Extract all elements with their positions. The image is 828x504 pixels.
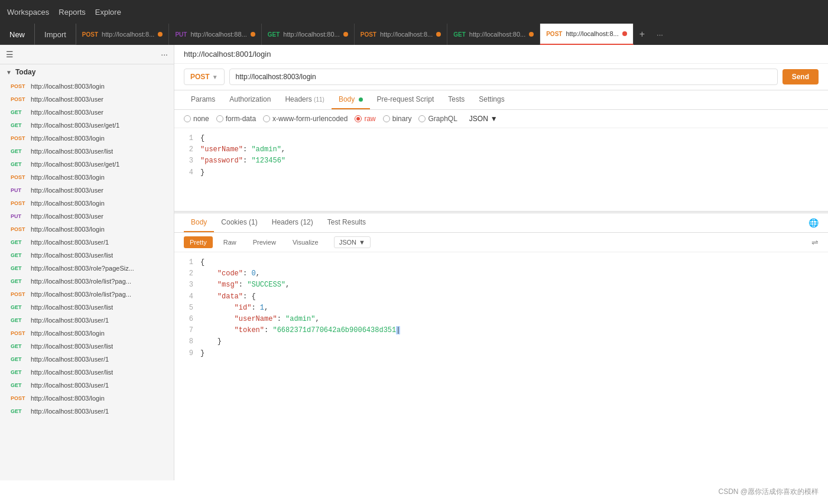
- list-item[interactable]: GEThttp://localhost:8003/user/list: [0, 366, 174, 379]
- option-graphql[interactable]: GraphQL: [418, 115, 457, 123]
- tab-url-2: http://localhost:80...: [283, 31, 339, 38]
- new-button[interactable]: New: [0, 24, 35, 45]
- tab-4[interactable]: GET http://localhost:80...: [447, 24, 540, 45]
- item-url: http://localhost:8003/login: [31, 395, 105, 402]
- list-item[interactable]: GEThttp://localhost:8003/user: [0, 106, 174, 119]
- nav-explore[interactable]: Explore: [95, 8, 121, 17]
- item-method: PUT: [11, 187, 27, 193]
- filter-icon[interactable]: ☰: [6, 50, 14, 59]
- option-none[interactable]: none: [184, 115, 209, 123]
- tab-1[interactable]: PUT http://localhost:88...: [169, 24, 261, 45]
- list-item[interactable]: GEThttp://localhost:8003/role?pageSiz...: [0, 262, 174, 275]
- item-method: GET: [11, 369, 27, 375]
- list-item[interactable]: GEThttp://localhost:8003/user/1: [0, 405, 174, 418]
- radio-raw: [355, 115, 362, 122]
- method-select[interactable]: POST ▼: [184, 69, 225, 85]
- line-num: 3: [184, 155, 193, 167]
- item-method: GET: [11, 122, 27, 128]
- body-active-dot: [359, 97, 363, 102]
- item-url: http://localhost:8003/user: [31, 109, 103, 116]
- list-item[interactable]: GEThttp://localhost:8003/user/get/1: [0, 119, 174, 132]
- resp-option-visualize[interactable]: Visualize: [287, 236, 324, 248]
- resp-tab-test-results[interactable]: Test Results: [320, 213, 373, 232]
- line-num: 4: [184, 291, 193, 303]
- item-method: GET: [11, 252, 27, 258]
- list-item[interactable]: PUThttp://localhost:8003/user: [0, 184, 174, 197]
- list-item[interactable]: GEThttp://localhost:8003/user/list: [0, 249, 174, 262]
- resp-tab-headers[interactable]: Headers (12): [265, 213, 320, 232]
- url-input[interactable]: [229, 69, 778, 85]
- request-body-code[interactable]: 1 { 2 "userName": "admin", 3 "password":…: [174, 128, 828, 211]
- tab-3[interactable]: POST http://localhost:8...: [355, 24, 448, 45]
- list-item[interactable]: GEThttp://localhost:8003/user/1: [0, 379, 174, 392]
- tab-authorization[interactable]: Authorization: [222, 90, 278, 109]
- list-item[interactable]: GEThttp://localhost:8003/user/1: [0, 353, 174, 366]
- import-button[interactable]: Import: [35, 24, 76, 45]
- list-item[interactable]: POSThttp://localhost:8003/login: [0, 197, 174, 210]
- line-num: 7: [184, 325, 193, 336]
- list-item[interactable]: GEThttp://localhost:8003/user/list: [0, 340, 174, 353]
- list-item[interactable]: POSThttp://localhost:8003/login: [0, 171, 174, 184]
- more-tabs-button[interactable]: ···: [651, 30, 669, 39]
- line-content: "id": 1,: [200, 303, 268, 314]
- resp-option-preview[interactable]: Preview: [247, 236, 282, 248]
- resp-tab-cookies[interactable]: Cookies (1): [214, 213, 264, 232]
- item-method: GET: [11, 408, 27, 414]
- tab-prerequest[interactable]: Pre-request Script: [370, 90, 441, 109]
- add-tab-button[interactable]: +: [634, 29, 651, 40]
- nav-reports[interactable]: Reports: [59, 8, 86, 17]
- option-urlencoded[interactable]: x-www-form-urlencoded: [263, 115, 348, 123]
- tab-tests[interactable]: Tests: [441, 90, 472, 109]
- list-item[interactable]: PUThttp://localhost:8003/user: [0, 210, 174, 223]
- resp-option-pretty[interactable]: Pretty: [184, 236, 213, 248]
- line-num: 8: [184, 336, 193, 347]
- radio-binary: [383, 115, 390, 122]
- url-bar-title: http://localhost:8001/login: [174, 45, 828, 64]
- request-tabs: Params Authorization Headers (11) Body P…: [174, 90, 828, 110]
- tab-0[interactable]: POST http://localhost:8...: [76, 24, 170, 45]
- sidebar-more-icon[interactable]: ···: [161, 50, 168, 59]
- tab-settings[interactable]: Settings: [472, 90, 511, 109]
- list-item[interactable]: POSThttp://localhost:8003/user: [0, 93, 174, 106]
- tab-5[interactable]: POST http://localhost:8...: [540, 24, 634, 45]
- resp-wrap-btn[interactable]: ⇌: [811, 238, 819, 247]
- tab-method-1: PUT: [175, 31, 187, 38]
- list-item[interactable]: POSThttp://localhost:8003/login: [0, 132, 174, 145]
- list-item[interactable]: POSThttp://localhost:8003/login: [0, 327, 174, 340]
- list-item[interactable]: POSThttp://localhost:8003/login: [0, 80, 174, 93]
- list-item[interactable]: POSThttp://localhost:8003/login: [0, 392, 174, 405]
- list-item[interactable]: GEThttp://localhost:8003/role/list?pag..…: [0, 275, 174, 288]
- option-none-label: none: [193, 115, 209, 123]
- resp-json-btn[interactable]: JSON ▼: [334, 236, 371, 248]
- option-binary[interactable]: binary: [383, 115, 412, 123]
- list-item[interactable]: GEThttp://localhost:8003/user/list: [0, 145, 174, 158]
- list-item[interactable]: GEThttp://localhost:8003/user/1: [0, 314, 174, 327]
- option-raw[interactable]: raw: [355, 115, 375, 123]
- line-content: }: [200, 167, 204, 178]
- list-item[interactable]: POSThttp://localhost:8003/login: [0, 223, 174, 236]
- tab-2[interactable]: GET http://localhost:80...: [262, 24, 355, 45]
- tab-body[interactable]: Body: [332, 90, 370, 109]
- list-item[interactable]: GEThttp://localhost:8003/user/1: [0, 236, 174, 249]
- resp-option-raw[interactable]: Raw: [217, 236, 242, 248]
- sidebar-section-header[interactable]: ▼ Today: [0, 64, 174, 80]
- line-num: 2: [184, 144, 193, 155]
- tab-headers[interactable]: Headers (11): [278, 90, 332, 109]
- list-item[interactable]: GEThttp://localhost:8003/user/get/1: [0, 158, 174, 171]
- list-item[interactable]: POSThttp://localhost:8003/role/list?pag.…: [0, 288, 174, 301]
- globe-icon[interactable]: 🌐: [808, 218, 819, 227]
- option-formdata[interactable]: form-data: [216, 115, 256, 123]
- list-item[interactable]: GEThttp://localhost:8003/user/list: [0, 301, 174, 314]
- code-line-3: 3 "password": "123456": [184, 155, 819, 167]
- response-code-area[interactable]: 1 { 2 "code": 0, 3 "msg": "SUCCESS", 4 "…: [174, 252, 828, 480]
- main-layout: ☰ ··· ▼ Today POSThttp://localhost:8003/…: [0, 45, 828, 480]
- send-button[interactable]: Send: [782, 69, 819, 84]
- item-url: http://localhost:8003/user/list: [31, 252, 113, 259]
- resp-tab-body[interactable]: Body: [184, 213, 214, 232]
- item-method: GET: [11, 382, 27, 388]
- json-format-select[interactable]: JSON ▼: [469, 115, 498, 123]
- url-bar: POST ▼ Send: [174, 64, 828, 90]
- tab-params[interactable]: Params: [184, 90, 222, 109]
- nav-workspaces[interactable]: Workspaces: [7, 8, 49, 17]
- item-url: http://localhost:8003/user/1: [31, 408, 109, 415]
